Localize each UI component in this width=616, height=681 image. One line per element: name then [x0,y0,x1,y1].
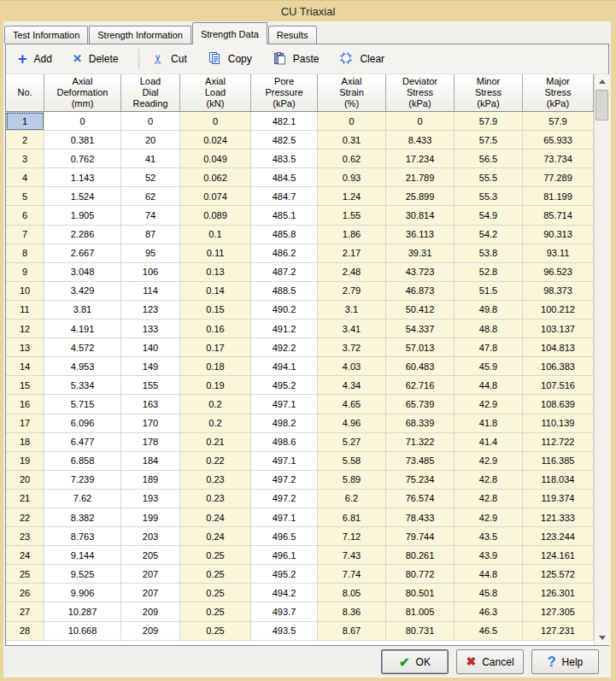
add-button[interactable]: + Add [18,53,52,65]
table-cell[interactable]: 209 [121,622,180,641]
clear-button[interactable]: Clear [339,51,384,68]
table-cell[interactable]: 0.93 [318,168,386,187]
table-cell[interactable]: 2.17 [318,244,386,263]
table-cell[interactable]: 1.24 [318,187,386,206]
table-cell[interactable]: 57.9 [455,112,523,131]
table-cell[interactable]: 2.48 [318,263,386,282]
table-cell[interactable]: 80.772 [386,565,455,584]
table-cell[interactable]: 21.789 [386,168,455,187]
table-cell[interactable]: 106.383 [523,357,594,376]
table-cell[interactable]: 483.5 [251,150,318,168]
table-cell[interactable]: 55.5 [455,168,523,187]
table-cell[interactable]: 0.18 [180,357,251,376]
table-cell[interactable]: 126.301 [523,584,594,602]
tab-strength-information[interactable]: Strength Information [89,26,191,44]
table-cell[interactable]: 0.062 [180,168,251,187]
table-cell[interactable]: 8.67 [318,622,386,641]
table-cell[interactable]: 42.8 [455,471,523,490]
table-cell[interactable]: 71.322 [386,433,455,452]
table-cell[interactable]: 57.5 [455,131,523,150]
help-button[interactable]: ? Help [531,649,599,674]
table-cell[interactable]: 114 [121,282,180,301]
table-cell[interactable]: 493.7 [251,602,318,621]
table-cell[interactable]: 207 [121,584,180,602]
table-cell[interactable]: 163 [121,395,180,414]
delete-button[interactable]: ✕ Delete [73,53,119,65]
table-cell[interactable]: 495.2 [251,376,318,395]
table-cell[interactable]: 0.2 [180,395,251,414]
table-cell[interactable]: 20 [121,131,180,150]
table-cell[interactable]: 52 [121,168,180,187]
row-number-cell[interactable]: 25 [6,565,44,584]
table-cell[interactable]: 1.86 [318,226,386,244]
table-cell[interactable]: 0.2 [180,414,251,433]
table-cell[interactable]: 10.668 [44,622,121,641]
table-cell[interactable]: 77.289 [523,168,594,187]
table-cell[interactable]: 54.337 [386,320,455,338]
table-cell[interactable]: 0.14 [180,282,251,301]
table-cell[interactable]: 44.8 [455,376,523,395]
table-cell[interactable]: 95 [121,244,180,263]
row-number-cell[interactable]: 10 [6,282,44,301]
table-cell[interactable]: 7.239 [44,471,121,490]
table-cell[interactable]: 45.9 [455,357,523,376]
table-cell[interactable]: 484.7 [251,187,318,206]
table-cell[interactable]: 42.9 [455,452,523,471]
table-cell[interactable]: 41.4 [455,433,523,452]
table-cell[interactable]: 8.36 [318,602,386,621]
row-number-cell[interactable]: 16 [6,395,44,414]
table-cell[interactable]: 74 [121,206,180,225]
table-cell[interactable]: 494.2 [251,584,318,602]
table-cell[interactable]: 78.433 [386,508,455,527]
table-cell[interactable]: 118.034 [523,471,594,490]
table-cell[interactable]: 57.013 [386,338,455,357]
row-number-cell[interactable]: 11 [6,301,44,320]
table-cell[interactable]: 127.231 [523,622,594,641]
table-cell[interactable]: 51.5 [455,282,523,301]
table-cell[interactable]: 98.373 [523,282,594,301]
table-cell[interactable]: 1.905 [44,206,121,225]
row-number-cell[interactable]: 20 [6,471,44,490]
table-cell[interactable]: 107.516 [523,376,594,395]
table-cell[interactable]: 488.5 [251,282,318,301]
table-cell[interactable]: 119.374 [523,490,594,508]
table-cell[interactable]: 493.5 [251,622,318,641]
table-cell[interactable]: 6.477 [44,433,121,452]
table-cell[interactable]: 87 [121,226,180,244]
table-cell[interactable]: 53.8 [455,244,523,263]
table-cell[interactable]: 46.5 [455,622,523,641]
table-cell[interactable]: 8.433 [386,131,455,150]
table-cell[interactable]: 68.339 [386,414,455,433]
table-cell[interactable]: 81.005 [386,602,455,621]
table-cell[interactable]: 486.2 [251,244,318,263]
row-number-cell[interactable]: 6 [6,206,44,225]
paste-button[interactable]: Paste [273,51,320,68]
table-cell[interactable]: 6.81 [318,508,386,527]
row-number-cell[interactable]: 8 [6,244,44,263]
table-cell[interactable]: 494.1 [251,357,318,376]
table-cell[interactable]: 207 [121,565,180,584]
cancel-button[interactable]: ✖ Cancel [456,649,524,674]
table-cell[interactable]: 62.716 [386,376,455,395]
table-cell[interactable]: 149 [121,357,180,376]
row-number-cell[interactable]: 22 [6,508,44,527]
table-cell[interactable]: 0 [318,112,386,131]
row-number-cell[interactable]: 26 [6,584,44,602]
table-cell[interactable]: 0.22 [180,452,251,471]
table-cell[interactable]: 199 [121,508,180,527]
table-cell[interactable]: 2.667 [44,244,121,263]
table-cell[interactable]: 492.2 [251,338,318,357]
table-cell[interactable]: 0.074 [180,187,251,206]
table-cell[interactable]: 5.89 [318,471,386,490]
table-cell[interactable]: 42.8 [455,490,523,508]
table-cell[interactable]: 0.25 [180,602,251,621]
table-cell[interactable]: 1.524 [44,187,121,206]
table-cell[interactable]: 17.234 [386,150,455,168]
table-cell[interactable]: 73.734 [523,150,594,168]
cut-button[interactable]: ✂ Cut [153,53,186,65]
table-cell[interactable]: 65.933 [523,131,594,150]
table-cell[interactable]: 170 [121,414,180,433]
table-cell[interactable]: 4.96 [318,414,386,433]
table-cell[interactable]: 8.763 [44,527,121,546]
scrollbar-up-button[interactable] [595,74,609,89]
